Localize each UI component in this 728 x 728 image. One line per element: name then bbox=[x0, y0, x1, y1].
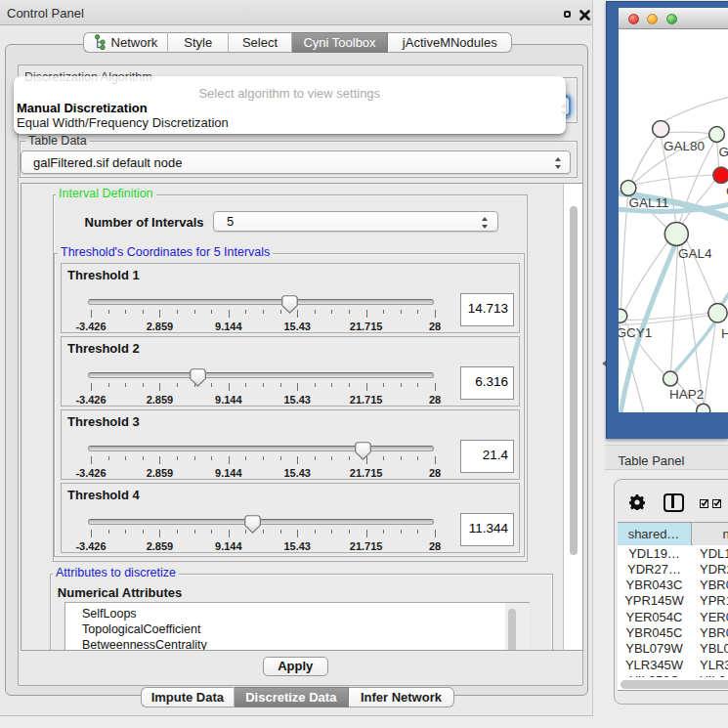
svg-text:GAL11: GAL11 bbox=[628, 195, 668, 210]
svg-text:GCY1: GCY1 bbox=[619, 325, 652, 340]
svg-text:GA: GA bbox=[718, 144, 728, 158]
svg-text:H: H bbox=[721, 325, 728, 340]
svg-text:HAP2: HAP2 bbox=[669, 387, 704, 402]
svg-text:GAL80: GAL80 bbox=[664, 139, 705, 153]
svg-text:GAL4: GAL4 bbox=[678, 246, 712, 261]
